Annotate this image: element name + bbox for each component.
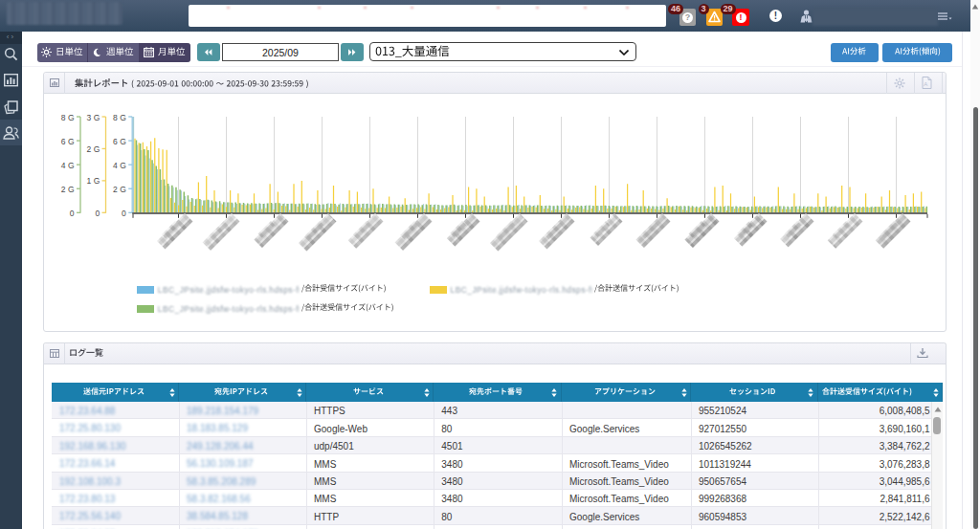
svg-text:0: 0 <box>70 209 75 218</box>
svg-text:8 G: 8 G <box>61 113 75 122</box>
svg-text:0: 0 <box>96 209 100 218</box>
svg-text:8 G: 8 G <box>113 113 126 122</box>
svg-text:4 G: 4 G <box>61 161 75 170</box>
svg-text:6 G: 6 G <box>61 137 75 146</box>
svg-text:2 G: 2 G <box>61 185 75 194</box>
svg-text:2 G: 2 G <box>87 144 100 154</box>
svg-text:0: 0 <box>122 209 126 218</box>
svg-text:3 G: 3 G <box>87 113 100 122</box>
svg-text:1 G: 1 G <box>87 176 100 186</box>
svg-text:2 G: 2 G <box>113 185 126 194</box>
svg-text:4 G: 4 G <box>113 161 126 170</box>
svg-text:6 G: 6 G <box>113 137 126 146</box>
